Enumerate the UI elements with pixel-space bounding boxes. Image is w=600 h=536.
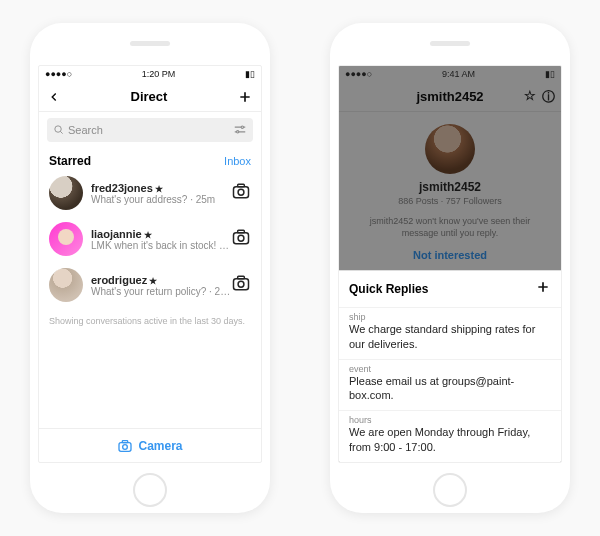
reply-text: Please email us at groups@paint-box.com. (349, 374, 551, 403)
phone-left: ●●●●○ 1:20 PM ▮▯ Direct Search Starred I… (30, 23, 270, 513)
section-title: Starred (49, 154, 91, 168)
camera-icon[interactable] (231, 227, 251, 251)
star-icon: ★ (149, 276, 157, 286)
signal-dots: ●●●●○ (45, 69, 72, 79)
svg-point-9 (238, 189, 244, 195)
camera-label: Camera (138, 439, 182, 453)
conversation-row[interactable]: liaojannie★ LMK when it's back in stock!… (39, 216, 261, 262)
quick-reply-item[interactable]: hours We are open Monday through Friday,… (339, 410, 561, 462)
svg-line-3 (60, 131, 62, 133)
svg-point-12 (238, 235, 244, 241)
reply-text: We charge standard shipping rates for ou… (349, 322, 551, 351)
screen-left: ●●●●○ 1:20 PM ▮▯ Direct Search Starred I… (38, 65, 262, 463)
inbox-link[interactable]: Inbox (224, 155, 251, 167)
star-icon: ★ (155, 184, 163, 194)
battery-icon: ▮▯ (245, 69, 255, 79)
sheet-header: Quick Replies (339, 271, 561, 307)
page-title: Direct (131, 89, 168, 104)
username: erodriguez (91, 274, 147, 286)
phone-speaker (430, 41, 470, 46)
svg-rect-13 (238, 230, 245, 233)
home-button[interactable] (433, 473, 467, 507)
conversation-text: erodriguez★ What's your return policy? ·… (91, 274, 231, 297)
svg-rect-11 (234, 233, 249, 244)
message-preview: What's your address? · 25m (91, 194, 231, 205)
svg-point-2 (55, 125, 61, 131)
sheet-title: Quick Replies (349, 282, 428, 296)
svg-point-18 (123, 444, 128, 449)
phone-speaker (130, 41, 170, 46)
conversation-row[interactable]: fred23jones★ What's your address? · 25m (39, 170, 261, 216)
conversation-text: liaojannie★ LMK when it's back in stock!… (91, 228, 231, 251)
svg-rect-17 (119, 442, 131, 451)
svg-rect-14 (234, 279, 249, 290)
reply-shortcut: ship (349, 312, 551, 322)
quick-reply-item[interactable]: ship We charge standard shipping rates f… (339, 307, 561, 359)
svg-point-7 (237, 130, 239, 132)
phone-right: ●●●●○ 9:41 AM ▮▯ jsmith2452 ☆ ⓘ jsmith24… (330, 23, 570, 513)
svg-rect-8 (234, 187, 249, 198)
reply-shortcut: hours (349, 415, 551, 425)
status-bar: ●●●●○ 1:20 PM ▮▯ (39, 66, 261, 82)
screen-right: ●●●●○ 9:41 AM ▮▯ jsmith2452 ☆ ⓘ jsmith24… (338, 65, 562, 463)
svg-rect-10 (238, 184, 245, 187)
star-icon: ★ (144, 230, 152, 240)
reply-text: We are open Monday through Friday, from … (349, 425, 551, 454)
add-reply-button[interactable] (535, 279, 551, 299)
reply-shortcut: event (349, 364, 551, 374)
section-header: Starred Inbox (39, 148, 261, 170)
conversation-text: fred23jones★ What's your address? · 25m (91, 182, 231, 205)
message-preview: LMK when it's back in stock! · 25m (91, 240, 231, 251)
avatar (49, 222, 83, 256)
search-icon (53, 124, 64, 137)
camera-icon[interactable] (231, 273, 251, 297)
svg-point-15 (238, 281, 244, 287)
svg-point-6 (241, 126, 243, 128)
filter-icon[interactable] (233, 124, 247, 137)
home-button[interactable] (133, 473, 167, 507)
svg-rect-19 (123, 440, 128, 442)
quick-reply-item[interactable]: event Please email us at groups@paint-bo… (339, 359, 561, 411)
username: fred23jones (91, 182, 153, 194)
back-button[interactable] (47, 90, 61, 104)
camera-button[interactable]: Camera (39, 428, 261, 462)
username: liaojannie (91, 228, 142, 240)
footer-note: Showing conversations active in the last… (39, 308, 261, 334)
quick-replies-sheet: Quick Replies ship We charge standard sh… (339, 270, 561, 462)
compose-button[interactable] (237, 89, 253, 105)
search-input[interactable]: Search (47, 118, 253, 142)
svg-rect-16 (238, 276, 245, 279)
avatar (49, 268, 83, 302)
status-time: 1:20 PM (142, 69, 176, 79)
conversation-row[interactable]: erodriguez★ What's your return policy? ·… (39, 262, 261, 308)
camera-icon[interactable] (231, 181, 251, 205)
message-preview: What's your return policy? · 25m (91, 286, 231, 297)
title-bar: Direct (39, 82, 261, 112)
search-placeholder: Search (68, 124, 103, 136)
avatar (49, 176, 83, 210)
